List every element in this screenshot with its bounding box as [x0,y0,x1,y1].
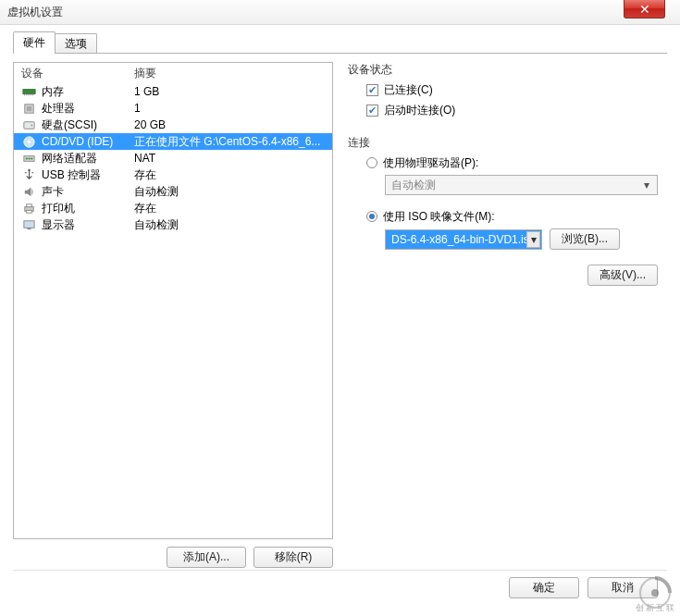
add-hardware-label: 添加(A)... [183,549,229,565]
hw-row-summary: NAT [134,152,332,165]
hw-row-summary: 1 GB [134,85,332,98]
tab-options[interactable]: 选项 [55,33,97,54]
svg-point-10 [31,124,32,126]
hw-row-net[interactable]: 网络适配器 NAT [14,150,332,166]
memory-icon [21,84,36,99]
svg-rect-2 [25,93,26,95]
usb-icon [21,167,36,182]
svg-rect-9 [23,121,33,129]
use-physical-radio[interactable] [366,157,377,168]
chevron-down-icon: ▾ [639,179,653,191]
hw-row-label: 声卡 [42,184,134,200]
svg-rect-19 [26,203,31,206]
hw-row-cpu[interactable]: 处理器 1 [14,100,332,117]
physical-drive-combo: 自动检测 ▾ [385,175,658,195]
display-icon [21,217,36,232]
use-physical-label: 使用物理驱动器(P): [383,155,478,171]
cancel-label: 取消 [612,580,634,596]
hw-row-label: 显示器 [42,217,134,233]
hw-row-summary: 存在 [134,167,332,183]
close-icon: ✕ [639,3,650,16]
tab-options-label: 选项 [65,37,87,50]
window-title: 虚拟机设置 [7,5,63,20]
sound-icon [21,184,36,199]
printer-icon [21,201,36,216]
iso-path-combo[interactable]: DS-6.4-x86_64-bin-DVD1.iso ▾ [385,229,542,250]
connection-title: 连接 [348,135,658,151]
tabstrip: 硬件 选项 [13,33,667,54]
connect-at-poweron-label: 启动时连接(O) [384,103,455,118]
cd-icon [21,134,36,149]
svg-point-12 [28,141,31,143]
hw-row-summary: 存在 [134,201,332,216]
iso-path-value: DS-6.4-x86_64-bin-DVD1.iso [391,233,535,246]
svg-rect-14 [25,157,27,159]
connect-at-poweron-checkbox[interactable]: ✔ [366,105,378,117]
svg-rect-4 [29,93,30,95]
tab-hardware[interactable]: 硬件 [13,31,56,54]
svg-rect-3 [27,93,28,95]
device-status-title: 设备状态 [348,62,658,78]
svg-rect-22 [27,228,31,229]
hw-row-usb[interactable]: USB 控制器 存在 [14,166,332,183]
hw-row-label: 打印机 [42,201,134,216]
svg-rect-8 [26,105,31,111]
remove-hardware-label: 移除(R) [275,549,313,565]
hw-row-summary: 正在使用文件 G:\CentOS-6.4-x86_6... [134,134,332,150]
hw-row-summary: 20 GB [134,118,332,131]
hw-row-sound[interactable]: 声卡 自动检测 [14,183,332,200]
connected-checkbox[interactable]: ✔ [366,84,378,96]
col-device: 设备 [21,66,134,81]
svg-rect-0 [22,89,34,93]
connected-label: 已连接(C) [384,82,433,98]
svg-rect-21 [23,220,33,228]
advanced-label: 高级(V)... [600,267,646,283]
svg-point-17 [28,168,30,170]
hw-row-summary: 自动检测 [134,184,332,200]
browse-button[interactable]: 浏览(B)... [550,228,620,250]
advanced-button[interactable]: 高级(V)... [587,265,658,286]
network-icon [21,151,36,166]
physical-drive-value: 自动检测 [391,178,436,193]
use-iso-label: 使用 ISO 映像文件(M): [383,209,495,225]
svg-rect-15 [28,157,30,159]
hw-row-summary: 1 [134,102,332,115]
col-summary: 摘要 [134,66,156,81]
window-close-button[interactable]: ✕ [624,0,665,18]
hw-row-printer[interactable]: 打印机 存在 [14,200,332,216]
hw-row-hdd[interactable]: 硬盘(SCSI) 20 GB [14,117,332,133]
ok-label: 确定 [533,580,555,596]
hw-row-label: 处理器 [42,101,134,117]
hw-row-label: 网络适配器 [42,151,134,166]
hw-row-memory[interactable]: 内存 1 GB [14,83,332,100]
hardware-list-header: 设备 摘要 [14,63,332,83]
svg-rect-5 [31,93,31,95]
ok-button[interactable]: 确定 [509,577,579,598]
svg-rect-16 [31,157,32,159]
browse-label: 浏览(B)... [562,231,608,247]
cancel-button[interactable]: 取消 [587,577,658,598]
svg-rect-1 [23,93,24,95]
hw-row-summary: 自动检测 [134,217,332,233]
cpu-icon [21,101,36,116]
remove-hardware-button[interactable]: 移除(R) [253,547,333,568]
hw-row-label: 内存 [42,84,134,100]
hw-row-label: USB 控制器 [42,167,134,183]
hardware-list[interactable]: 设备 摘要 内存 1 GB 处理器 1 硬盘(SCSI) 20 GB [13,62,333,539]
hw-row-cddvd[interactable]: CD/DVD (IDE) 正在使用文件 G:\CentOS-6.4-x86_6.… [14,133,332,150]
svg-rect-20 [26,210,31,213]
svg-rect-6 [32,93,33,95]
tab-hardware-label: 硬件 [23,36,45,49]
hdd-icon [21,117,36,132]
hw-row-label: CD/DVD (IDE) [42,135,134,148]
hw-row-display[interactable]: 显示器 自动检测 [14,216,332,233]
add-hardware-button[interactable]: 添加(A)... [167,547,246,568]
use-iso-radio[interactable] [366,211,377,222]
chevron-down-icon[interactable]: ▾ [526,231,540,248]
hw-row-label: 硬盘(SCSI) [42,117,134,133]
